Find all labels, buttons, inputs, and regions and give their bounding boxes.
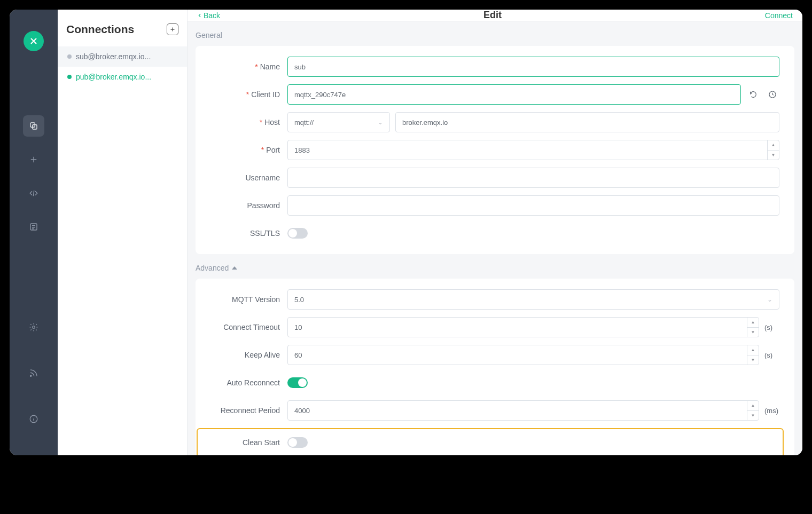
- gear-icon: [29, 322, 38, 332]
- topbar: Back Edit Connect: [188, 10, 802, 21]
- code-icon: [29, 188, 38, 198]
- svg-point-3: [33, 326, 35, 329]
- reconnect-period-input[interactable]: [287, 400, 759, 421]
- port-down[interactable]: ▼: [768, 151, 779, 160]
- highlighted-block: Clean Start Session Expiry Interval (s): [197, 428, 784, 455]
- clean-start-toggle[interactable]: [287, 437, 308, 448]
- add-connection-button[interactable]: [167, 23, 178, 35]
- chevron-down-icon: ⌄: [767, 296, 772, 303]
- username-input[interactable]: [287, 168, 779, 188]
- chevron-down-icon: ⌄: [378, 118, 383, 126]
- nav-scripts[interactable]: [23, 183, 44, 204]
- connect-timeout-input[interactable]: [287, 317, 759, 337]
- ssl-label: SSL/TLS: [201, 229, 282, 238]
- connections-title: Connections: [66, 23, 134, 36]
- port-input[interactable]: [287, 140, 779, 160]
- list-icon: [29, 222, 38, 232]
- connection-panel: Connections sub@broker.emqx.io... pub@br…: [58, 10, 188, 455]
- clean-start-label: Clean Start: [201, 438, 282, 447]
- ctimeout-down[interactable]: ▼: [747, 328, 759, 337]
- page-title: Edit: [220, 10, 765, 21]
- clientid-input[interactable]: [287, 84, 741, 105]
- connect-timeout-label: Connect Timeout: [201, 323, 282, 331]
- info-icon: [29, 414, 38, 424]
- nav-rss[interactable]: [23, 362, 44, 384]
- password-label: Password: [201, 201, 282, 210]
- unit-ms: (ms): [764, 407, 779, 415]
- username-label: Username: [201, 173, 282, 182]
- svg-point-4: [30, 375, 32, 376]
- app-logo: [24, 31, 44, 51]
- rperiod-up[interactable]: ▲: [747, 401, 759, 411]
- mqtt-version-label: MQTT Version: [201, 295, 282, 304]
- connection-item-pub[interactable]: pub@broker.emqx.io...: [58, 67, 187, 87]
- nav-connections[interactable]: [23, 115, 44, 137]
- scheme-select[interactable]: mqtt:// ⌄: [287, 112, 390, 132]
- reconnect-period-label: Reconnect Period: [201, 406, 282, 415]
- chevron-left-icon: [197, 13, 202, 18]
- nav-logs[interactable]: [23, 216, 44, 238]
- ctimeout-up[interactable]: ▲: [747, 318, 759, 328]
- arrow-up-icon: [232, 266, 237, 270]
- connect-button[interactable]: Connect: [765, 11, 793, 20]
- general-section-header: General: [196, 21, 794, 46]
- advanced-section-header[interactable]: Advanced: [196, 254, 794, 279]
- keepalive-input[interactable]: [287, 345, 759, 365]
- password-input[interactable]: [287, 195, 779, 216]
- refresh-clientid-button[interactable]: [746, 87, 760, 102]
- port-label: *Port: [201, 146, 282, 154]
- main-content: Back Edit Connect General *Name *Client …: [188, 10, 802, 455]
- connection-name: sub@broker.emqx.io...: [76, 52, 151, 61]
- port-up[interactable]: ▲: [768, 140, 779, 151]
- left-sidebar: [10, 10, 58, 455]
- host-input[interactable]: [395, 112, 779, 132]
- plus-icon: [169, 26, 176, 33]
- advanced-card: MQTT Version 5.0 ⌄ Connect Timeout ▲▼: [196, 279, 794, 455]
- status-dot: [67, 54, 72, 59]
- app-window: Connections sub@broker.emqx.io... pub@br…: [10, 10, 802, 455]
- rss-icon: [29, 368, 38, 378]
- plus-icon: [29, 155, 38, 164]
- nav-settings[interactable]: [23, 317, 44, 338]
- refresh-icon: [749, 90, 758, 99]
- keepalive-label: Keep Alive: [201, 351, 282, 359]
- status-dot: [67, 75, 72, 79]
- clock-icon: [768, 90, 777, 99]
- ssl-toggle[interactable]: [287, 228, 308, 239]
- general-card: *Name *Client ID: [196, 46, 794, 254]
- keepalive-down[interactable]: ▼: [747, 355, 759, 365]
- name-input[interactable]: [287, 57, 779, 77]
- name-label: *Name: [201, 62, 282, 71]
- nav-info[interactable]: [23, 408, 44, 430]
- mqtt-version-select[interactable]: 5.0 ⌄: [287, 289, 779, 310]
- connection-name: pub@broker.emqx.io...: [76, 73, 151, 81]
- auto-reconnect-label: Auto Reconnect: [201, 378, 282, 387]
- nav-new[interactable]: [23, 149, 44, 170]
- connection-item-sub[interactable]: sub@broker.emqx.io...: [58, 46, 187, 67]
- auto-reconnect-toggle[interactable]: [287, 377, 308, 388]
- host-label: *Host: [201, 118, 282, 126]
- unit-seconds: (s): [764, 323, 779, 331]
- clientid-label: *Client ID: [201, 90, 282, 99]
- copy-icon: [29, 121, 38, 131]
- keepalive-up[interactable]: ▲: [747, 345, 759, 355]
- unit-seconds: (s): [764, 351, 779, 359]
- back-button[interactable]: Back: [197, 11, 220, 20]
- clientid-history-button[interactable]: [766, 87, 779, 102]
- rperiod-down[interactable]: ▼: [747, 411, 759, 421]
